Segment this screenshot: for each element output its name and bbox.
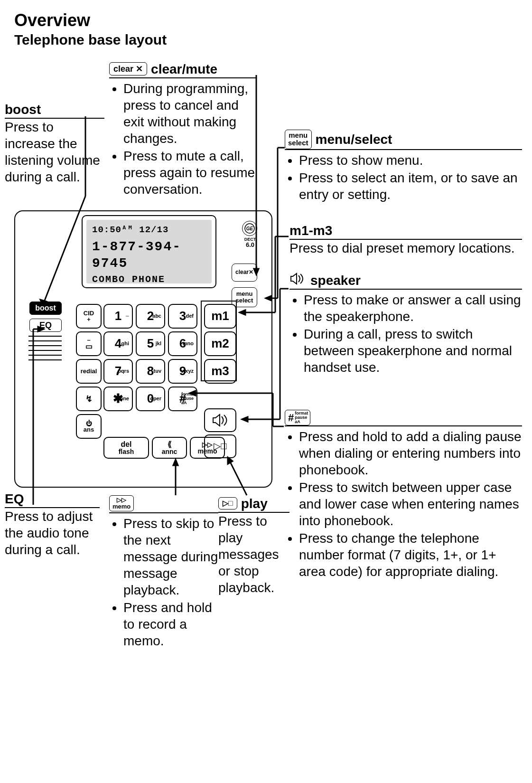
annc-button[interactable]: ⟪annc — [152, 437, 187, 459]
cid-button[interactable]: CID+ — [76, 304, 102, 329]
svg-text:GE: GE — [246, 226, 253, 231]
memo-button[interactable]: ▷▷memo — [190, 437, 225, 459]
boost-title: boost — [5, 102, 41, 117]
speaker-button[interactable] — [204, 408, 236, 432]
play-title: play — [241, 495, 268, 512]
pound-item-1: Press and hold to add a dialing pause wh… — [299, 428, 522, 478]
boost-text: Press to increase the listening volume d… — [5, 119, 104, 185]
menu-select-icon: menuselect — [285, 130, 312, 149]
lcd-time: 10:50ᴬᴹ 12/13 — [92, 225, 206, 236]
pound-item-3: Press to change the telephone number for… — [299, 530, 522, 580]
speaker-item-1: Press to make or answer a call using the… — [304, 292, 522, 325]
lcd-number: 1-877-394-9745 — [92, 238, 206, 272]
ge-logo: GE — [242, 221, 257, 236]
page-title: Overview — [14, 9, 518, 31]
callout-menu-select: menuselect menu/select Press to show men… — [285, 130, 522, 204]
key-8[interactable]: 8tuv — [136, 359, 165, 384]
m1m3-title: m1-m3 — [289, 223, 332, 238]
speaker-item-2: During a call, press to switch between s… — [304, 326, 522, 376]
key-3[interactable]: 3def — [168, 304, 197, 329]
callout-pound: # formatpauseaA Press and hold to add a … — [285, 410, 522, 581]
speaker-icon — [289, 272, 307, 289]
callout-m1m3: m1-m3 Press to dial preset memory locati… — [289, 222, 522, 256]
key-star[interactable]: ✱tone — [103, 387, 133, 411]
memo-item-1: Press to skip to the next message during… — [123, 515, 218, 598]
key-pound[interactable]: # formatpauseaA — [168, 387, 197, 411]
clear-mute-item-1: During programming, press to cancel and … — [123, 80, 256, 147]
callout-play: ▷□ play Press to play messages or stop p… — [218, 495, 289, 596]
key-7[interactable]: 7pqrs — [103, 359, 133, 384]
eq-button[interactable]: EQ — [29, 319, 62, 332]
ans-button[interactable]: ⏻ans — [76, 414, 102, 439]
callout-speaker: speaker Press to make or answer a call u… — [289, 272, 522, 377]
clear-mute-title: clear/mute — [151, 61, 217, 77]
key-4[interactable]: 4ghi — [103, 331, 133, 356]
redial-button[interactable]: redial — [76, 359, 102, 384]
del-flash-button[interactable]: delflash — [103, 437, 149, 459]
flash-button[interactable]: ↯ — [76, 387, 102, 411]
callout-boost: boost Press to increase the listening vo… — [5, 101, 104, 185]
page-body: clear ✕ clear/mute During programming, p… — [14, 58, 518, 783]
phone-base: 10:50ᴬᴹ 12/13 1-877-394-9745 COMBO PHONE… — [14, 210, 272, 488]
key-9[interactable]: 9wxyz — [168, 359, 197, 384]
clear-mute-icon: clear ✕ — [109, 62, 147, 76]
dir-button[interactable]: –▭ — [76, 331, 102, 356]
lcd-screen: 10:50ᴬᴹ 12/13 1-877-394-9745 COMBO PHONE — [82, 215, 216, 288]
callout-memo: ▷▷memo Press to skip to the next message… — [109, 495, 218, 650]
boost-button[interactable]: boost — [29, 302, 62, 315]
m1-button[interactable]: m1 — [204, 304, 236, 329]
menu-select-item-1: Press to show menu. — [299, 152, 522, 169]
callout-eq: EQ Press to adjust the audio tone during… — [5, 491, 100, 558]
m1m3-text: Press to dial preset memory locations. — [289, 240, 522, 256]
eq-text: Press to adjust the audio tone during a … — [5, 508, 100, 558]
speaker-title: speaker — [310, 272, 361, 289]
play-text: Press to play messages or stop playback. — [218, 513, 289, 596]
m2-button[interactable]: m2 — [204, 331, 236, 356]
key-5[interactable]: 5jkl — [136, 331, 165, 356]
m3-button[interactable]: m3 — [204, 359, 236, 384]
clear-mute-item-2: Press to mute a call, press again to res… — [123, 148, 256, 198]
menu-select-title: menu/select — [316, 131, 392, 148]
key-0[interactable]: 0oper — [136, 387, 165, 411]
speaker-grill — [28, 336, 62, 364]
key-2[interactable]: 2abc — [136, 304, 165, 329]
pound-item-2: Press to switch between upper case and l… — [299, 479, 522, 529]
clear-button[interactable]: clear ✕ — [232, 264, 257, 282]
key-6[interactable]: 6mno — [168, 331, 197, 356]
lcd-name: COMBO PHONE — [92, 274, 206, 285]
key-1[interactable]: 1⏤ — [103, 304, 133, 329]
pound-icon: # formatpauseaA — [285, 410, 310, 426]
dect-label: DECT6.0 — [243, 239, 257, 247]
callout-clear-mute: clear ✕ clear/mute During programming, p… — [109, 61, 256, 198]
eq-title: EQ — [5, 491, 24, 506]
play-icon-label: ▷□ — [218, 497, 237, 509]
memo-icon: ▷▷memo — [109, 495, 134, 512]
menu-select-item-2: Press to select an item, or to save an e… — [299, 170, 522, 203]
memo-item-2: Press and hold to record a memo. — [123, 599, 218, 649]
page-subtitle: Telephone base layout — [14, 31, 518, 49]
